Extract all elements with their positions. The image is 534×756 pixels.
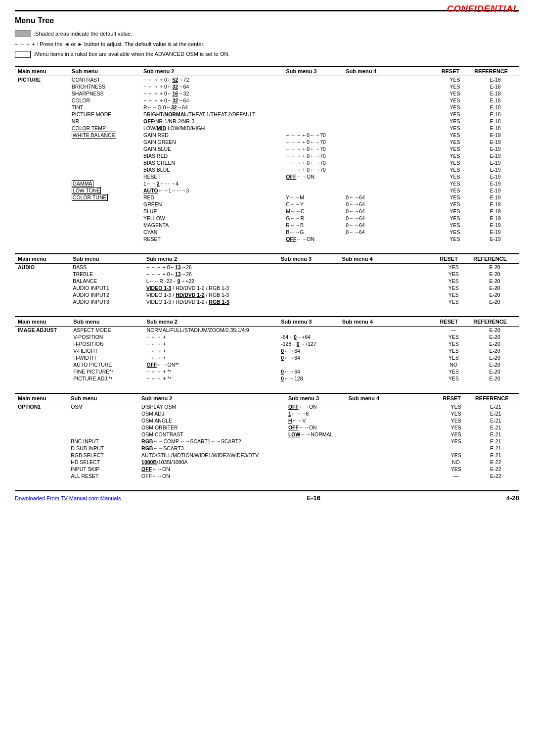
sub2-color: − ←→ + 0←32→64 [140,97,283,104]
table-row: WHITE BALANCE GAIN RED − ←→ + 0←→70 YES … [15,132,519,139]
sub-v-position: V-POSITION [70,333,143,340]
sub2-low-tone: AUTO←→1←···→3 [140,187,283,194]
reset-ct-blue: YES [439,208,472,215]
ref-bias-red: E-19 [471,152,519,159]
sub-treble: TREBLE [70,271,143,278]
sub3-ct-yellow: G←→R [283,215,343,222]
reset-h-position: YES [437,340,470,347]
sub3-picture-adj: 0←→128 [278,375,339,382]
table-row: GREEN C←→Y 0←→64 YES E-19 [15,201,519,208]
table-row: AUDIO INPUT1 VIDEO 1-3 / HD/DVD 1-2 / RG… [15,284,519,291]
sub3-v-position: -64←0→+64 [278,333,339,340]
sub2-rgb-select: AUTO/STILL/MOTION/WIDE1/WIDE2/WIDE3/DTV [138,452,285,459]
reset-color: YES [439,97,472,104]
table-row: V-HEIGHT − ←→ + 0←→64 YES E-20 [15,347,519,354]
reset-osm-orbiter: YES [440,424,472,431]
table-row: NR OFF/NR-1/NR-2/NR-3 YES E-18 [15,118,519,125]
table-row: D-SUB INPUT RGB←→SCART3 — E-21 [15,445,519,452]
ref-audio-input3: E-20 [470,298,519,305]
ref-sharpness: E-18 [471,90,519,97]
reset-contrast: YES [439,76,472,84]
sub2-bias-green: BIAS GREEN [140,159,283,166]
reset-ct-yellow: YES [439,215,472,222]
reset-balance: YES [437,278,470,284]
legend-ruled-text: :Menu items in a ruled box are available… [34,49,230,59]
reset-ct-red: YES [439,194,472,201]
sub4-ct-blue: 0←→64 [343,208,439,215]
ref-input-skip: E-22 [472,466,519,472]
table-row: MAGENTA R←→B 0←→64 YES E-19 [15,222,519,229]
sub2-osm-angle: OSM ANGLE [138,417,285,424]
picture-table: Main menu Sub menu Sub menu 2 Sub menu 3… [15,66,519,242]
table-row: OSM ADJ. 1←···→6 YES E-21 [15,410,519,417]
th-reset-audio: RESET [437,254,470,264]
ref-ct-blue: E-19 [471,208,519,215]
sub2-aspect-mode: NORMAL/FULL/STADIUM/ZOOM/2.35:1/4:9 [144,327,278,334]
sub-bnc-input: BNC INPUT [68,438,138,445]
table-row: SHARPNESS − ←→ + 0←16→32 YES E-18 [15,90,519,97]
table-row: PICTURE CONTRAST − ←→ + 0←52→72 YES E-18 [15,76,519,84]
reset-gain-green: YES [439,139,472,145]
sub3-ct-blue: M←→C [283,208,343,215]
reset-bnc-input: YES [440,438,472,445]
th-sub2-audio: Sub menu 2 [143,254,278,264]
sub2-gain-red: GAIN RED [140,132,283,139]
option1-table: Main menu Sub menu Sub menu 2 Sub menu 3… [15,393,519,479]
table-row: BLUE M←→C 0←→64 YES E-19 [15,208,519,215]
reset-dsub-input: — [440,445,472,452]
ref-gamma: E-19 [471,180,519,187]
sub2-picture-mode: BRIGHT/NORMAL/THEAT.1/THEAT.2/DEFAULT [140,111,283,118]
sub2-dsub-input: RGB←→SCART3 [138,445,285,452]
th-sub4-ia: Sub menu 4 [339,317,437,327]
ref-v-height: E-20 [470,347,519,354]
footer-link[interactable]: Downloaded From TV-Manual.com Manuals [15,495,121,501]
sub4-ct-cyan: 0←→64 [343,229,439,236]
reset-ct-reset: YES [439,236,472,242]
reset-ct-cyan: YES [439,229,472,236]
sub-h-position: H-POSITION [70,340,143,347]
sub-hd-select: HD SELECT [68,459,138,466]
sub2-wb-reset: RESET [140,173,283,180]
reset-brightness: YES [439,83,472,90]
sub2-audio-input1: VIDEO 1-3 / HD/DVD 1-2 / RGB 1-3 [143,284,278,291]
image-adjust-table: Main menu Sub menu Sub menu 2 Sub menu 3… [15,316,519,382]
top-border [15,10,519,11]
sub3-osm-contrast: LOW←→NORMAL [285,431,346,438]
reset-osm-contrast: YES [440,431,472,438]
sub2-nr: OFF/NR-1/NR-2/NR-3 [140,118,283,125]
sub4-ct-yellow: 0←→64 [343,215,439,222]
reset-auto-picture: NO [437,361,470,368]
sub2-bias-blue: BIAS BLUE [140,166,283,173]
table-row: COLOR TEMP LOW/MID LOW/MID/HIGH YES E-18 [15,125,519,132]
sub-bass: BASS [70,264,143,271]
reset-ct-magenta: YES [439,222,472,229]
sub2-balance: L←→R -22←0→+22 [143,278,278,284]
sub2-gamma: 1←→2←····→4 [140,180,283,187]
sub-picture-mode: PICTURE MODE [69,111,140,118]
sub-balance: BALANCE [70,278,143,284]
table-row: AUDIO BASS − ←→ + 0←13→26 YES E-20 [15,264,519,271]
table-row: RGB SELECT AUTO/STILL/MOTION/WIDE1/WIDE2… [15,452,519,459]
table-row: BRIGHTNESS − ←→ + 0←32→64 YES E-18 [15,83,519,90]
ref-dsub-input: E-21 [472,445,519,452]
ref-low-tone: E-19 [471,187,519,194]
sub-h-width: H-WIDTH [70,354,143,361]
sub2-treble: − ←→ + 0←13→26 [143,271,278,278]
sub-sharpness: SHARPNESS [69,90,140,97]
sub2-osm-adj: OSM ADJ. [138,410,285,417]
ref-audio-input2: E-20 [470,291,519,298]
reset-gain-red: YES [439,132,472,139]
th-sub2-ia: Sub menu 2 [144,317,278,327]
reset-bass: YES [437,264,470,271]
ref-osm-orbiter: E-21 [472,424,519,431]
ref-osm-adj: E-21 [472,410,519,417]
sub-rgb-select: RGB SELECT [68,452,138,459]
sub-picture-adj: PICTURE ADJ.*¹ [70,375,143,382]
sub-brightness: BRIGHTNESS [69,83,140,90]
sub4-color-tune-red: 0←→64 [343,194,439,201]
ref-treble: E-20 [470,271,519,278]
sub3-bias-blue: − ←→ + 0←→70 [283,166,343,173]
ref-audio-input1: E-20 [470,284,519,291]
th-main-menu-opt1: Main menu [15,393,68,403]
ref-auto-picture: E-20 [470,361,519,368]
